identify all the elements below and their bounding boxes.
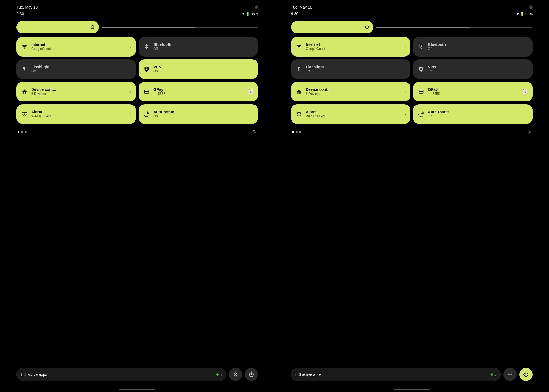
settings-button-1[interactable]: ⚙: [229, 368, 242, 381]
tile-alarm-1[interactable]: Alarm Wed 8:30 AM ›: [16, 104, 136, 124]
tile-flashlight-text-1: Flashlight Off: [31, 65, 49, 74]
power-button-2[interactable]: ⏻: [519, 368, 533, 381]
brightness-slider-1[interactable]: [102, 27, 258, 28]
flashlight-icon-2: [295, 66, 302, 72]
tile-autorotate-subtitle-1: On: [153, 114, 174, 119]
tile-alarm-title-2: Alarm: [306, 110, 326, 114]
home-indicator-2: [394, 389, 430, 390]
page-dots-2: [292, 131, 301, 133]
tile-gpay-subtitle-2: ···· 5555: [428, 92, 440, 96]
edit-icon-2[interactable]: ✎: [527, 129, 531, 135]
tile-gpay-title-1: GPay: [153, 87, 165, 92]
tiles-grid-1: Internet GoogleGuest › Bluetooth Off: [16, 37, 258, 124]
status-bar-2: Tue, May 18: [291, 0, 533, 9]
active-apps-text-1: 3 active apps: [24, 372, 214, 377]
panel-2: Tue, May 18 9:30 ▾ 🔋 98% ⚙: [274, 0, 549, 392]
wifi-icon-2: [295, 44, 302, 50]
battery-icon-1: 🔋: [245, 12, 250, 16]
status-bar-1: Tue, May 18: [16, 0, 258, 9]
tile-gpay-card-1: 🃏: [248, 89, 254, 95]
battery-percent-2: 98%: [525, 12, 533, 16]
tile-vpn-text-1: VPN On: [153, 65, 161, 74]
tile-gpay-text-1: GPay ···· 5555: [153, 87, 165, 96]
card-icon-1: [143, 89, 150, 94]
tile-bluetooth-subtitle-2: Off: [428, 47, 446, 51]
brightness-pill-2[interactable]: ⚙: [291, 21, 373, 33]
panels-container: Tue, May 18 9:30 ▾ 🔋 98% ⚙: [0, 0, 549, 392]
active-apps-pill-1[interactable]: ℹ 3 active apps ›: [16, 368, 226, 381]
tile-vpn-text-2: VPN Off: [428, 65, 436, 74]
tile-internet-subtitle-2: GoogleGuest: [306, 47, 325, 51]
tile-autorotate-text-2: Auto-rotate On: [428, 110, 449, 119]
brightness-slider-2[interactable]: [376, 27, 533, 28]
tile-internet-text-2: Internet GoogleGuest: [306, 42, 325, 51]
time-bar-1: 9:30 ▾ 🔋 98%: [16, 12, 258, 16]
brightness-icon-2: ⚙: [365, 24, 369, 30]
tile-device-arrow-1: ›: [130, 89, 131, 94]
dot-1-1[interactable]: [18, 131, 19, 133]
tile-autorotate-2[interactable]: Auto-rotate On: [413, 104, 533, 124]
tile-device-2[interactable]: Device cont... 6 Devices ›: [291, 82, 410, 101]
tile-internet-2[interactable]: Internet GoogleGuest ›: [291, 37, 410, 57]
bottom-bar-2: ℹ 3 active apps › ⚙ ⏻: [291, 368, 533, 381]
tile-vpn-2[interactable]: VPN Off: [413, 59, 533, 79]
tile-alarm-text-2: Alarm Wed 8:30 AM: [306, 110, 326, 119]
tile-alarm-title-1: Alarm: [31, 110, 51, 114]
tile-autorotate-text-1: Auto-rotate On: [153, 110, 174, 119]
tiles-grid-2: Internet GoogleGuest › Bluetooth Off: [291, 37, 533, 124]
info-icon-2: ℹ: [295, 372, 297, 377]
tile-gpay-2[interactable]: GPay ···· 5555 🃏: [413, 82, 533, 101]
tile-bluetooth-1[interactable]: Bluetooth Off: [139, 37, 258, 57]
dot-2-3[interactable]: [299, 131, 301, 133]
tile-flashlight-1[interactable]: Flashlight Off: [16, 59, 136, 79]
tile-device-subtitle-2: 6 Devices: [306, 92, 330, 96]
tile-internet-title-1: Internet: [31, 42, 51, 47]
card-icon-2: [418, 89, 425, 94]
tile-device-title-1: Device cont...: [31, 87, 56, 92]
battery-icon-2: 🔋: [520, 12, 524, 16]
tile-bluetooth-title-2: Bluetooth: [428, 42, 446, 47]
dot-1-3[interactable]: [25, 131, 27, 133]
rotate-icon-1: [143, 111, 150, 117]
dots-row-2: ✎: [291, 127, 533, 137]
brightness-row-2: ⚙: [291, 21, 533, 33]
tile-alarm-2[interactable]: Alarm Wed 8:30 AM ›: [291, 104, 410, 124]
tile-gpay-1[interactable]: GPay ···· 5555 🃏: [139, 82, 258, 101]
tile-internet-1[interactable]: Internet GoogleGuest ›: [16, 37, 136, 57]
tile-flashlight-subtitle-2: Off: [306, 69, 324, 74]
tile-bluetooth-2[interactable]: Bluetooth Off: [413, 37, 533, 57]
power-button-1[interactable]: ⏻: [245, 368, 258, 381]
status-icons-2: ▾ 🔋 98%: [517, 12, 533, 16]
tile-vpn-1[interactable]: VPN On: [139, 59, 258, 79]
wifi-status-icon-1: ▾: [242, 12, 244, 16]
tile-gpay-title-2: GPay: [428, 87, 440, 92]
bluetooth-icon-1: [143, 44, 150, 49]
dot-2-2[interactable]: [296, 131, 298, 133]
tile-bluetooth-text-2: Bluetooth Off: [428, 42, 446, 51]
flashlight-icon-1: [21, 66, 28, 72]
info-icon-1: ℹ: [21, 372, 22, 377]
tile-alarm-subtitle-2: Wed 8:30 AM: [306, 114, 326, 119]
settings-button-2[interactable]: ⚙: [503, 368, 517, 381]
home-icon-2: [295, 89, 302, 94]
tile-flashlight-2[interactable]: Flashlight Off: [291, 59, 410, 79]
edit-icon-1[interactable]: ✎: [253, 129, 257, 135]
tile-internet-arrow-1: ›: [130, 44, 131, 49]
dot-1-2[interactable]: [21, 131, 23, 133]
tile-flashlight-text-2: Flashlight Off: [306, 65, 324, 74]
tile-vpn-title-2: VPN: [428, 65, 436, 69]
tile-device-text-2: Device cont... 6 Devices: [306, 87, 330, 96]
wifi-status-icon-2: ▾: [517, 12, 519, 16]
time-bar-2: 9:30 ▾ 🔋 98%: [291, 12, 533, 16]
tile-autorotate-subtitle-2: On: [428, 114, 449, 119]
tile-device-1[interactable]: Device cont... 6 Devices ›: [16, 82, 136, 101]
tile-gpay-card-2: 🃏: [522, 89, 528, 95]
active-apps-pill-2[interactable]: ℹ 3 active apps ›: [291, 368, 501, 381]
tile-autorotate-1[interactable]: Auto-rotate On: [139, 104, 258, 124]
brightness-pill-1[interactable]: ⚙: [16, 21, 99, 33]
vpn-icon-2: [418, 66, 425, 72]
date-2: Tue, May 18: [291, 5, 312, 9]
dot-2-1[interactable]: [292, 131, 294, 133]
wifi-icon-1: [21, 44, 28, 50]
tile-device-title-2: Device cont...: [306, 87, 330, 92]
